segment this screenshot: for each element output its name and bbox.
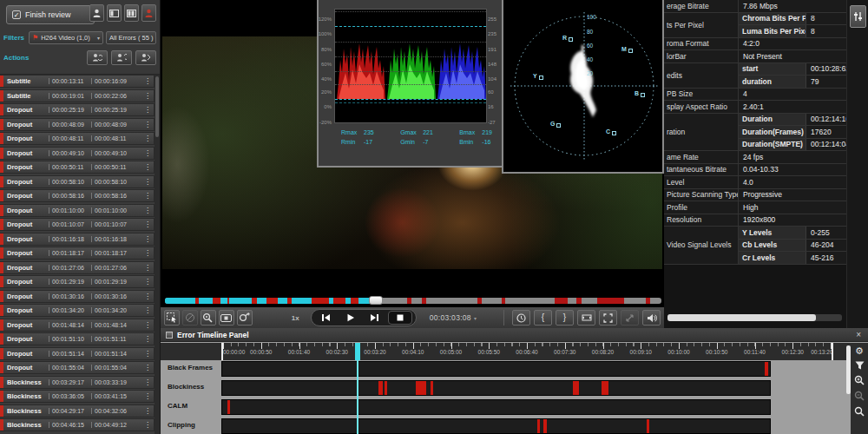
error-mark[interactable] (537, 419, 540, 433)
seek-error-marker[interactable] (502, 298, 506, 304)
error-row[interactable]: Dropout00:00:25:1900:00:25:19⋮ (0, 103, 155, 116)
error-row[interactable]: Dropout00:01:16:1800:01:16:18⋮ (0, 233, 155, 246)
seek-error-marker[interactable] (213, 298, 220, 304)
seek-error-marker[interactable] (312, 298, 328, 304)
seek-error-marker[interactable] (555, 298, 568, 304)
error-row-menu-icon[interactable]: ⋮ (141, 135, 154, 142)
error-row-menu-icon[interactable]: ⋮ (141, 77, 154, 85)
error-row-menu-icon[interactable]: ⋮ (141, 378, 154, 386)
error-row-menu-icon[interactable]: ⋮ (141, 149, 154, 157)
seek-error-marker[interactable] (422, 298, 426, 304)
error-row[interactable]: Dropout00:01:10:0700:01:10:07⋮ (0, 218, 155, 231)
mark-in-icon[interactable]: { (534, 310, 552, 326)
seek-error-marker[interactable] (407, 298, 411, 304)
seek-error-marker[interactable] (646, 298, 650, 304)
seek-error-marker[interactable] (576, 298, 582, 304)
zoom-region-tool-icon[interactable] (201, 310, 216, 326)
timeline-titlebar[interactable]: Error Timeline Panel × (161, 328, 868, 342)
error-mark[interactable] (602, 381, 608, 395)
error-mark[interactable] (378, 381, 382, 395)
error-row[interactable]: Dropout00:00:48:1100:00:48:11⋮ (0, 132, 155, 145)
layout-two-icon[interactable] (124, 4, 139, 22)
error-row[interactable]: Dropout00:01:18:1700:01:18:17⋮ (0, 247, 155, 260)
zoom-fit-icon[interactable] (854, 406, 865, 417)
error-row-menu-icon[interactable]: ⋮ (141, 249, 154, 257)
seek-error-marker[interactable] (252, 298, 258, 304)
error-row[interactable]: Dropout00:00:58:1000:00:58:10⋮ (0, 175, 155, 188)
seek-error-marker[interactable] (351, 298, 358, 304)
user-session-icon[interactable] (141, 4, 156, 22)
seek-error-marker[interactable] (266, 298, 278, 304)
error-row-menu-icon[interactable]: ⋮ (141, 392, 154, 400)
metadata-hscrollbar[interactable] (667, 314, 842, 321)
track-bar[interactable] (221, 418, 771, 434)
detach-window-icon[interactable] (621, 310, 639, 326)
reject-error-icon[interactable] (111, 50, 132, 65)
seek-error-marker[interactable] (477, 298, 482, 304)
error-row-menu-icon[interactable]: ⋮ (141, 264, 154, 272)
error-row-menu-icon[interactable]: ⋮ (141, 106, 154, 114)
error-mark[interactable] (765, 362, 768, 376)
error-row-menu-icon[interactable]: ⋮ (141, 207, 154, 214)
error-row-menu-icon[interactable]: ⋮ (141, 293, 154, 300)
error-row-menu-icon[interactable]: ⋮ (141, 278, 154, 286)
error-filter-dropdown[interactable]: All Errors ( 55 ) ▾ (106, 31, 156, 44)
seek-error-marker[interactable] (195, 298, 200, 304)
error-mark[interactable] (543, 419, 547, 433)
rgb-parade-window[interactable]: 120%100%80%60%40%20%0%-20% 2552351911481… (317, 0, 503, 168)
error-row-menu-icon[interactable]: ⋮ (141, 364, 154, 372)
error-row[interactable]: Dropout00:01:34:2000:01:34:20⋮ (0, 304, 155, 317)
error-row[interactable]: Dropout00:01:10:0000:01:10:00⋮ (0, 204, 155, 217)
error-row-menu-icon[interactable]: ⋮ (141, 421, 154, 429)
seek-error-marker[interactable] (227, 298, 230, 304)
frame-marker-tool-icon[interactable] (219, 310, 234, 326)
error-mark[interactable] (431, 381, 433, 395)
error-row[interactable]: Blockiness00:03:36:0500:03:41:15⋮ (0, 390, 155, 403)
seek-error-marker[interactable] (597, 298, 624, 304)
error-row-menu-icon[interactable]: ⋮ (141, 163, 154, 171)
aspect-ratio-icon[interactable] (577, 310, 595, 326)
error-row-menu-icon[interactable]: ⋮ (141, 192, 154, 200)
track-bar[interactable] (221, 361, 771, 377)
playback-speed[interactable]: 1x (292, 314, 299, 322)
prev-frame-button[interactable] (315, 311, 338, 325)
error-row[interactable]: Dropout00:00:48:0900:00:48:09⋮ (0, 118, 155, 131)
seek-thumb[interactable] (369, 296, 383, 305)
error-row[interactable]: Dropout00:01:48:1400:01:48:14⋮ (0, 319, 155, 332)
metadata-filter-settings-icon[interactable] (850, 5, 866, 28)
next-frame-button[interactable] (364, 311, 386, 325)
error-row-menu-icon[interactable]: ⋮ (141, 335, 154, 343)
error-mark[interactable] (385, 381, 387, 395)
error-row[interactable]: Dropout00:01:27:0600:01:27:06⋮ (0, 261, 155, 274)
error-row[interactable]: Dropout00:01:55:0400:01:55:04⋮ (0, 361, 155, 374)
vectorscope-window[interactable]: 10080604020RMYBGC (502, 0, 664, 174)
hand-tool-icon[interactable] (182, 310, 198, 326)
error-row-menu-icon[interactable]: ⋮ (141, 306, 154, 314)
layout-one-icon[interactable] (107, 4, 122, 22)
seek-error-marker[interactable] (333, 298, 345, 304)
error-mark[interactable] (647, 419, 649, 433)
zoom-reset-tool-icon[interactable] (237, 310, 253, 326)
error-mark[interactable] (573, 381, 578, 395)
error-row-menu-icon[interactable]: ⋮ (141, 235, 154, 243)
timeline-filter-icon[interactable] (855, 361, 865, 370)
scrollbar-thumb[interactable] (667, 314, 816, 321)
track-bar[interactable] (221, 380, 771, 396)
error-row[interactable]: Dropout00:00:50:1100:00:50:11⋮ (0, 161, 155, 174)
close-icon[interactable]: × (854, 331, 863, 339)
error-row[interactable]: Subtitle00:00:19:0100:00:22:06⋮ (0, 89, 155, 102)
current-timecode[interactable]: 00:03:03:08 ▾ (430, 313, 477, 322)
error-list-scrollbar[interactable] (155, 75, 160, 434)
scrollbar-thumb[interactable] (155, 76, 159, 137)
zoom-in-icon[interactable] (854, 375, 865, 385)
play-button[interactable] (339, 311, 362, 325)
accept-error-icon[interactable] (87, 50, 108, 65)
error-row-menu-icon[interactable]: ⋮ (141, 178, 154, 186)
error-row[interactable]: Subtitle00:00:13:1100:00:16:09⋮ (0, 75, 155, 88)
region-select-tool-icon[interactable] (164, 310, 180, 326)
stop-button[interactable] (388, 311, 412, 325)
timeline-ruler[interactable]: 00:00:0000:00:5000:01:4000:02:3000:03:20… (221, 343, 833, 360)
error-row[interactable]: Dropout00:00:58:1600:00:58:16⋮ (0, 189, 155, 202)
error-row-menu-icon[interactable]: ⋮ (141, 321, 154, 329)
error-row[interactable]: Dropout00:01:51:1000:01:51:11⋮ (0, 332, 155, 345)
